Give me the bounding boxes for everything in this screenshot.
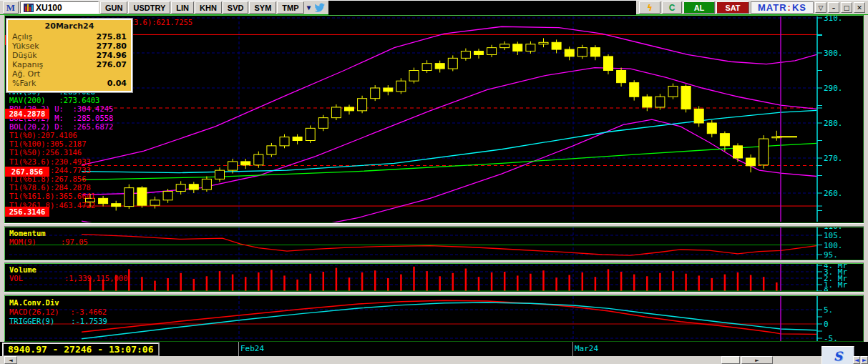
candle: [643, 97, 652, 107]
candle: [241, 162, 250, 165]
app-menu-button[interactable]: M: [3, 1, 19, 14]
chart-type-icon: [24, 4, 34, 12]
scroll-left-button[interactable]: ◄: [4, 356, 17, 364]
toolbar-button-lin[interactable]: LIN: [171, 1, 194, 14]
tooltip-date: 20March24: [12, 21, 127, 31]
toolbar-button-usdtry[interactable]: USDTRY: [128, 1, 170, 14]
candle: [384, 88, 393, 92]
momentum-panel[interactable]: Momentum MOM(9):97.05 110.105.100.95.: [4, 227, 864, 260]
scroll-right-button[interactable]: ►: [741, 356, 773, 364]
chevron-down-icon[interactable]: ▼: [306, 4, 313, 11]
candle: [202, 179, 211, 190]
close-button[interactable]: ✕: [854, 2, 865, 13]
month-label: Mar24: [575, 344, 598, 353]
candle: [590, 48, 600, 56]
candle: [526, 44, 535, 51]
minimize-button[interactable]: –: [828, 2, 839, 13]
toolbar-button-sym[interactable]: SYM: [249, 1, 276, 14]
candle: [331, 107, 341, 118]
candle: [513, 44, 522, 51]
candle: [694, 109, 703, 123]
candle: [254, 154, 263, 165]
candle: [487, 48, 497, 55]
candle: [630, 83, 639, 97]
candle: [604, 56, 613, 71]
candle: [681, 87, 691, 109]
scroll-thumb[interactable]: [721, 356, 740, 364]
candle: [448, 58, 457, 69]
ohlc-tooltip: 20March24 Açılış275.81Yüksek277.80Düşük2…: [6, 19, 132, 92]
macd-panel[interactable]: MA.Conv.Div MACD(26,12):-3.4662 TRIGGER(…: [4, 295, 864, 342]
nav-next-button[interactable]: ►: [861, 356, 868, 364]
status-ticker: 8940.97 - 27246 - 13:07:06: [2, 343, 160, 357]
candle: [733, 146, 743, 158]
candle: [267, 146, 276, 154]
restore-button[interactable]: □: [841, 2, 852, 13]
matriks-s-logo-button[interactable]: S: [821, 346, 854, 364]
candle: [539, 42, 548, 44]
momentum-canvas: [5, 227, 863, 260]
candle: [577, 48, 587, 56]
candle: [565, 49, 574, 56]
candle: [189, 185, 198, 190]
toolbar-right-group: ϟ C AL SAT MATR:KS ▽–□✕: [636, 1, 868, 15]
candle: [345, 107, 354, 111]
price-chart-canvas: [5, 16, 863, 222]
price-chart-panel[interactable]: T1(%423.6):621.7255 MAV(50) :283.028MAV(…: [4, 15, 864, 223]
tooltip-row: Ağ. Ort: [12, 69, 127, 79]
volume-canvas: [5, 264, 863, 291]
candle: [617, 71, 626, 83]
twitter-icon[interactable]: [314, 3, 326, 13]
candle: [474, 51, 484, 55]
toolbar-button-tmp[interactable]: TMP: [277, 1, 303, 14]
tooltip-row: %Fark0.04: [12, 79, 127, 88]
nav-prev-button[interactable]: ◄: [853, 356, 860, 364]
candle: [358, 99, 367, 111]
candle: [125, 188, 134, 207]
candle: [306, 128, 315, 140]
matriks-logo: MATR:KS: [751, 1, 814, 14]
toolbar: M XU100 GUNUSDTRYLINKHNSVDSYMTMP ▼ ϟ C A…: [0, 1, 868, 15]
candle: [215, 170, 225, 179]
candle: [435, 64, 444, 69]
buy-button[interactable]: AL: [683, 1, 715, 14]
time-axis-bar: 8940.97 - 27246 - 13:07:06 Feb24Mar24: [0, 342, 868, 356]
candle: [655, 97, 665, 107]
toolbar-button-khn[interactable]: KHN: [195, 1, 222, 14]
candle: [163, 192, 172, 200]
candle: [176, 185, 185, 192]
tooltip-row: Yüksek277.80: [12, 41, 127, 51]
toolbar-button-svd[interactable]: SVD: [223, 1, 249, 14]
candle: [422, 64, 431, 71]
tooltip-row: Açılış275.81: [12, 32, 127, 41]
candle: [318, 118, 328, 129]
matriks-chart-window: M XU100 GUNUSDTRYLINKHNSVDSYMTMP ▼ ϟ C A…: [0, 0, 868, 364]
candle: [396, 81, 406, 92]
horizontal-scrollbar[interactable]: ◄ ► S ◄ ►: [0, 356, 868, 364]
symbol-input[interactable]: XU100: [20, 1, 99, 14]
flash-button[interactable]: ϟ: [639, 1, 660, 14]
c-button[interactable]: C: [662, 1, 682, 14]
window-left-edge: [0, 15, 4, 356]
candle: [371, 88, 380, 99]
candle: [112, 204, 121, 207]
candle: [99, 198, 108, 203]
sell-button[interactable]: SAT: [716, 1, 749, 14]
candle: [461, 51, 470, 59]
volume-panel[interactable]: Volume VOL:1,339,115,000 4. Mr3. Mr2. Mr…: [4, 263, 864, 292]
tooltip-row: Kapanış276.07: [12, 60, 127, 69]
window-right-edge: [864, 15, 868, 356]
month-label: Feb24: [240, 344, 264, 353]
candle: [746, 158, 756, 166]
toolbar-buttons: GUNUSDTRYLINKHNSVDSYMTMP: [100, 1, 304, 14]
month-tick: [238, 342, 239, 356]
dropdown-button[interactable]: ▽: [815, 2, 826, 13]
candle: [280, 137, 289, 146]
toolbar-left-group: M XU100 GUNUSDTRYLINKHNSVDSYMTMP ▼: [0, 1, 328, 15]
candle: [228, 162, 238, 170]
candle: [86, 198, 95, 202]
toolbar-button-gun[interactable]: GUN: [100, 1, 127, 14]
candle: [150, 200, 160, 205]
candle: [720, 134, 729, 146]
candle: [409, 71, 419, 82]
